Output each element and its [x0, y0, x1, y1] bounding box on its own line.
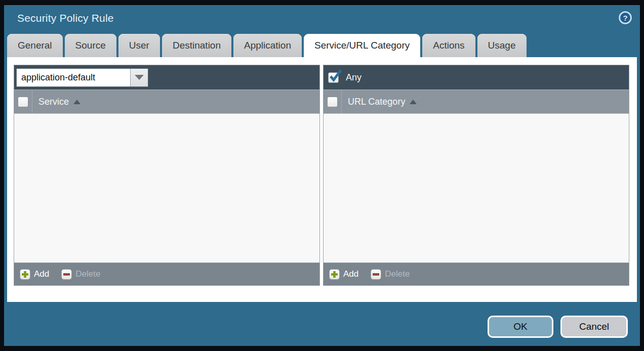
dialog-title: Security Policy Rule: [4, 12, 114, 24]
any-label: Any: [346, 72, 361, 83]
service-delete-label: Delete: [75, 269, 100, 279]
plus-icon: [329, 269, 340, 280]
tab-general[interactable]: General: [7, 34, 63, 57]
service-add-label: Add: [34, 269, 49, 279]
sort-ascending-icon: [73, 100, 80, 104]
tab-user[interactable]: User: [118, 34, 160, 57]
service-select-all-checkbox[interactable]: [18, 97, 28, 107]
service-list: [14, 114, 319, 262]
url-category-panel-header: Any: [324, 65, 629, 90]
url-category-list: [324, 114, 629, 262]
dialog-action-buttons: OK Cancel: [488, 316, 628, 338]
tab-strip: General Source User Destination Applicat…: [7, 34, 527, 57]
url-category-panel-footer: Add Delete: [324, 262, 629, 285]
help-icon[interactable]: ?: [619, 11, 632, 24]
service-add-button[interactable]: Add: [20, 269, 49, 280]
service-select-all-cell: [14, 90, 32, 113]
security-policy-rule-dialog: Security Policy Rule ? General Source Us…: [4, 5, 640, 346]
service-panel-footer: Add Delete: [14, 262, 319, 285]
service-type-dropdown[interactable]: application-default: [16, 68, 148, 87]
service-panel-header: application-default: [14, 65, 319, 90]
sort-ascending-icon: [410, 100, 417, 104]
chevron-down-icon[interactable]: [130, 69, 148, 86]
url-category-add-button[interactable]: Add: [329, 269, 358, 280]
url-category-column-label: URL Category: [348, 97, 405, 107]
service-delete-button: Delete: [61, 269, 100, 280]
minus-icon: [371, 269, 381, 280]
url-category-panel: Any URL Category Add: [323, 65, 629, 286]
plus-icon: [20, 269, 30, 280]
url-category-select-all-checkbox[interactable]: [327, 97, 338, 107]
service-column-label: Service: [38, 97, 69, 107]
tab-application[interactable]: Application: [233, 34, 302, 57]
tab-content: application-default Service Add: [7, 57, 637, 302]
tab-usage[interactable]: Usage: [477, 34, 527, 57]
url-category-delete-button: Delete: [371, 269, 410, 280]
url-category-delete-label: Delete: [385, 269, 410, 279]
cancel-button[interactable]: Cancel: [560, 316, 628, 338]
ok-button[interactable]: OK: [488, 316, 553, 338]
tab-actions[interactable]: Actions: [422, 34, 475, 57]
title-bar: Security Policy Rule ?: [4, 5, 640, 31]
url-category-select-all-cell: [324, 90, 342, 113]
tab-source[interactable]: Source: [65, 34, 116, 57]
tab-destination[interactable]: Destination: [162, 34, 231, 57]
tab-service-url-category[interactable]: Service/URL Category: [304, 34, 420, 57]
service-type-dropdown-value: application-default: [17, 69, 130, 86]
service-column-header[interactable]: Service: [14, 90, 319, 114]
url-category-column-header[interactable]: URL Category: [324, 90, 629, 114]
any-checkbox[interactable]: [328, 72, 339, 83]
minus-icon: [61, 269, 72, 280]
service-panel: application-default Service Add: [14, 65, 320, 286]
url-category-add-label: Add: [343, 269, 358, 279]
